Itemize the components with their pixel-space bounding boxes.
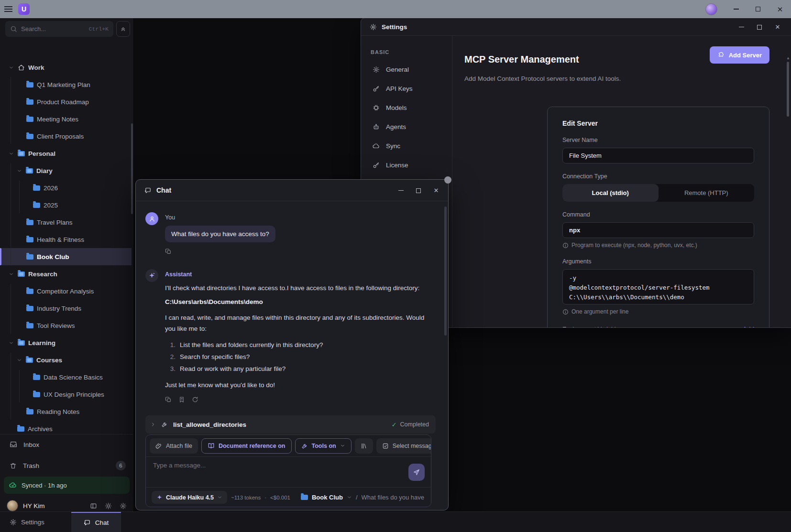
sidebar-item-product-roadmap[interactable]: Product Roadmap bbox=[0, 93, 132, 110]
refresh-icon[interactable] bbox=[192, 396, 198, 403]
chat-scrollbar[interactable] bbox=[444, 206, 447, 336]
sidebar-item-q1-marketing-plan[interactable]: Q1 Marketing Plan bbox=[0, 76, 132, 93]
search-input[interactable]: Search... Ctrl+K bbox=[5, 21, 113, 37]
settings-nav-item-agents[interactable]: Agents bbox=[361, 117, 452, 136]
tools-on-button[interactable]: Tools on bbox=[295, 438, 352, 454]
sidebar-item-ux-design-principles[interactable]: UX Design Principles bbox=[0, 386, 132, 403]
tab-chat[interactable]: Chat bbox=[71, 512, 121, 532]
attach-file-button[interactable]: Attach file bbox=[150, 438, 198, 454]
robot-icon bbox=[373, 123, 380, 130]
connection-remote-option[interactable]: Remote (HTTP) bbox=[659, 184, 755, 202]
list-text: Search for specific files? bbox=[180, 351, 250, 363]
settings-close-button[interactable]: ✕ bbox=[772, 23, 783, 31]
chat-maximize-button[interactable] bbox=[413, 188, 424, 193]
sidebar-item-data-science-basics[interactable]: Data Science Basics bbox=[0, 369, 132, 386]
settings-maximize-button[interactable] bbox=[754, 25, 765, 30]
nav-item-label: API Keys bbox=[386, 85, 413, 92]
arguments-textarea[interactable]: -y @modelcontextprotocol/server-filesyst… bbox=[562, 269, 754, 304]
sidebar-item-client-proposals[interactable]: Client Proposals bbox=[0, 128, 132, 145]
sidebar-item-health-fitness[interactable]: Health & Fitness bbox=[0, 231, 132, 248]
settings-nav-item-api-keys[interactable]: API Keys bbox=[361, 79, 452, 98]
sidebar-item-reading-notes[interactable]: Reading Notes bbox=[0, 403, 132, 420]
message-input[interactable]: Type a message... bbox=[146, 457, 431, 488]
chat-resize-handle[interactable] bbox=[444, 176, 451, 184]
collapse-sidebar-button[interactable] bbox=[116, 21, 130, 37]
settings-minimize-button[interactable] bbox=[736, 27, 747, 28]
theme-sun-icon[interactable] bbox=[105, 502, 112, 510]
copy-icon[interactable] bbox=[165, 396, 172, 403]
app-minimize-button[interactable] bbox=[725, 0, 747, 18]
server-name-input[interactable]: File System bbox=[562, 148, 754, 163]
app-maximize-button[interactable] bbox=[747, 0, 769, 18]
sidebar-item-trash[interactable]: Trash 6 bbox=[0, 457, 133, 474]
connection-type-segmented: Local (stdio) Remote (HTTP) bbox=[562, 184, 754, 202]
sidebar-item-competitor-analysis[interactable]: Competitor Analysis bbox=[0, 282, 132, 300]
chevron-down-icon[interactable] bbox=[8, 340, 14, 346]
model-selector[interactable]: Claude Haiku 4.5 bbox=[152, 491, 227, 504]
titlebar-avatar[interactable] bbox=[705, 3, 717, 15]
tool-call-row[interactable]: list_allowed_directories ✓Completed bbox=[145, 415, 436, 434]
search-icon bbox=[10, 25, 17, 33]
library-button[interactable] bbox=[355, 438, 373, 454]
chevron-down-icon[interactable] bbox=[16, 168, 22, 174]
sidebar-item-2026[interactable]: 2026 bbox=[0, 179, 132, 196]
settings-scrollbar[interactable]: ▲ bbox=[786, 56, 790, 326]
server-name-label: Server Name bbox=[562, 137, 754, 143]
env-add-link[interactable]: + Add bbox=[737, 326, 754, 328]
chevron-down-icon[interactable] bbox=[8, 151, 14, 156]
sidebar-item-label: Industry Trends bbox=[37, 305, 81, 312]
sidebar-item-meeting-notes[interactable]: Meeting Notes bbox=[0, 110, 132, 128]
sync-status[interactable]: Synced · 1h ago bbox=[4, 477, 130, 494]
chat-close-button[interactable]: ✕ bbox=[431, 187, 441, 194]
sidebar-item-travel-plans[interactable]: Travel Plans bbox=[0, 214, 132, 231]
tab-settings[interactable]: Settings bbox=[0, 512, 54, 532]
sidebar-item-book-club[interactable]: Book Club bbox=[0, 248, 132, 265]
tree-guide-line bbox=[11, 353, 11, 420]
chevron-down-icon[interactable] bbox=[8, 271, 14, 277]
sidebar-item-2025[interactable]: 2025 bbox=[0, 196, 132, 214]
toolbar-button-label: Select messages bbox=[393, 443, 431, 449]
key-icon bbox=[373, 85, 380, 92]
trash-count-badge: 6 bbox=[116, 461, 126, 470]
composer-toolbar: Attach fileDocument reference onTools on… bbox=[146, 435, 431, 457]
sidebar-item-label: UX Design Principles bbox=[44, 391, 104, 398]
panel-layout-icon[interactable] bbox=[90, 502, 97, 510]
list-text: List the files and folders currently in … bbox=[180, 339, 323, 351]
sidebar-item-learning[interactable]: Learning bbox=[0, 334, 132, 351]
hamburger-menu-icon[interactable] bbox=[0, 0, 16, 18]
chevron-right-icon[interactable] bbox=[150, 422, 156, 427]
sidebar-scrollbar[interactable] bbox=[131, 123, 133, 214]
sidebar-item-courses[interactable]: Courses bbox=[0, 351, 132, 369]
bookmark-icon[interactable] bbox=[178, 396, 185, 403]
connection-local-option[interactable]: Local (stdio) bbox=[562, 184, 659, 202]
app-close-button[interactable]: ✕ bbox=[769, 0, 791, 18]
edit-server-card: Edit Server Server Name File System Conn… bbox=[547, 107, 769, 328]
sidebar-item-inbox[interactable]: Inbox bbox=[0, 436, 133, 453]
sidebar-item-diary[interactable]: Diary bbox=[0, 162, 132, 179]
sidebar-item-personal[interactable]: Personal bbox=[0, 145, 132, 162]
settings-nav-item-sync[interactable]: Sync bbox=[361, 136, 452, 155]
document-reference-on-button[interactable]: Document reference on bbox=[201, 438, 292, 454]
arguments-help: One argument per line bbox=[571, 308, 628, 315]
folder-icon bbox=[26, 289, 33, 294]
scroll-up-arrow-icon[interactable]: ▲ bbox=[786, 56, 790, 60]
chevron-down-icon[interactable] bbox=[16, 358, 22, 363]
select-messages-button[interactable]: Select messages bbox=[376, 438, 431, 454]
settings-nav-item-models[interactable]: Models bbox=[361, 98, 452, 117]
command-input[interactable]: npx bbox=[562, 222, 754, 238]
settings-gear-icon[interactable] bbox=[120, 502, 127, 510]
chat-minimize-button[interactable] bbox=[396, 190, 406, 191]
settings-nav-item-license[interactable]: License bbox=[361, 155, 452, 174]
chevron-down-icon[interactable] bbox=[8, 65, 14, 70]
sidebar-item-work[interactable]: Work bbox=[0, 59, 132, 76]
context-folder-selector[interactable]: Book Club bbox=[301, 494, 352, 501]
settings-nav-item-general[interactable]: General bbox=[361, 60, 452, 79]
sidebar-item-industry-trends[interactable]: Industry Trends bbox=[0, 300, 132, 317]
sidebar-item-tool-reviews[interactable]: Tool Reviews bbox=[0, 317, 132, 334]
copy-icon[interactable] bbox=[165, 248, 172, 255]
sidebar-item-research[interactable]: Research bbox=[0, 265, 132, 282]
send-button[interactable] bbox=[408, 464, 425, 481]
settings-window-titlebar[interactable]: Settings bbox=[361, 18, 791, 36]
add-server-button[interactable]: Add Server bbox=[710, 46, 769, 64]
user-avatar[interactable] bbox=[7, 500, 18, 511]
